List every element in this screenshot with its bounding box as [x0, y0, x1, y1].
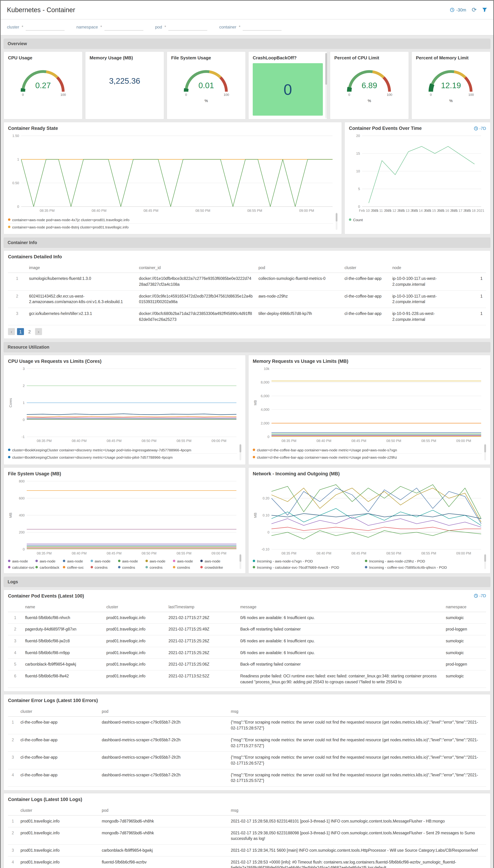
gauge-unit: % — [334, 99, 404, 103]
time-range-control[interactable]: -30m — [450, 7, 466, 12]
table-row[interactable]: 4cl-the-coffee-bar-appdashboard-metrics-… — [8, 769, 486, 787]
memory-chart[interactable]: 02,0004,0006,0008,00010k08:35 PM08:40 PM… — [253, 365, 486, 445]
legend-item[interactable]: cluster=cl-the-coffee-bar-app container=… — [253, 454, 482, 461]
pagination-page-2[interactable]: 2 — [26, 328, 33, 335]
legend-item[interactable]: calculator-svc — [8, 565, 35, 570]
svg-text:0: 0 — [267, 435, 269, 439]
legend-item[interactable]: coredns — [146, 565, 173, 570]
legend-item[interactable]: aws-node — [91, 559, 118, 563]
legend-item[interactable]: cluster=BookKeepingCluster container=dis… — [8, 454, 237, 461]
scrollbar[interactable] — [484, 444, 486, 460]
table-cell: fluentd-5fb6b6cf98-nhvch — [22, 612, 103, 624]
container-filter-input[interactable] — [243, 24, 282, 31]
legend-item[interactable]: aws-node — [146, 559, 173, 563]
cpu-chart[interactable]: -1012308:35 PM08:40 PM08:45 PM08:50 PM08… — [8, 365, 241, 445]
table-row[interactable]: 3fluentd-5fb6b6cf98-jw2c8prod01.travello… — [8, 635, 486, 647]
legend-item[interactable]: carbonblack — [35, 565, 63, 570]
scrollbar[interactable] — [240, 444, 241, 460]
table-row[interactable]: 1fluentd-5fb6b6cf98-nhvchprod01.travello… — [8, 612, 486, 624]
cluster-filter-input[interactable] — [26, 24, 64, 31]
legend-item[interactable]: coredns — [91, 565, 118, 570]
legend-dot — [146, 566, 148, 568]
crashloopbackoff-indicator[interactable]: 0 — [253, 63, 323, 116]
legend-item[interactable]: Incoming - aws-node-s7xgn - POD — [253, 559, 365, 563]
table-row[interactable]: 5carbonblack-fb9ff9854-bgwkjprod01.trave… — [8, 659, 486, 670]
header-bar: Kubernetes - Container -30m ⟳ — [1, 1, 493, 19]
scrollbar[interactable] — [336, 213, 338, 230]
column-header: cluster — [18, 707, 99, 717]
table-cell: 2021-02-17T15:25:26Z — [166, 635, 238, 647]
table-cell: prod01.travellogic.info — [103, 635, 166, 647]
filter-icon[interactable] — [482, 8, 487, 12]
legend-item[interactable]: aws-node — [118, 559, 146, 563]
legend-label: Incoming - aws-node-s7xgn - POD — [257, 559, 313, 563]
legend-item[interactable]: Incoming - coffee-svc-75895c4c4b-q9scn -… — [365, 565, 477, 570]
scrollbar[interactable] — [240, 554, 241, 569]
legend-item[interactable]: cluster=BookKeepingCluster container=dis… — [8, 447, 237, 454]
refresh-icon[interactable]: ⟳ — [472, 7, 477, 13]
pod-filter-input[interactable] — [169, 24, 207, 31]
table-cell: 2021-02-17T15:25:26Z — [166, 647, 238, 659]
table-row[interactable]: 3prod01.travellogic.infocarbonblack-fb9f… — [8, 845, 486, 856]
table-row[interactable]: 2prod01.travellogic.infomongodb-7d87965b… — [8, 827, 486, 845]
table-row[interactable]: 2pagerduty-84d685f79f-g87xnprod01.travel… — [8, 624, 486, 635]
legend-item[interactable]: Incoming - aws-node-z29hz - POD — [365, 559, 477, 563]
column-header-index — [8, 806, 18, 815]
pod-events-chart[interactable]: 05101520Feb 10 2021Feb 11 2021Feb 12 202… — [349, 132, 486, 214]
legend-item[interactable]: container=aws-node pod=aws-node-8stnj cl… — [8, 223, 333, 230]
table-row[interactable]: 2cl-the-coffee-bar-appdashboard-metrics-… — [8, 734, 486, 752]
pagination-prev[interactable]: ‹ — [8, 328, 15, 335]
legend-item[interactable]: coredns — [173, 565, 200, 570]
legend-dot — [173, 560, 175, 562]
panel-time-range[interactable]: -7D — [474, 126, 486, 131]
pagination-next[interactable]: › — [35, 328, 42, 335]
table-row[interactable]: 4prod01.travellogic.infofluentd-5fb6b6cf… — [8, 856, 486, 868]
charts-row-1: Container Ready State 00.5011.5008:35 PM… — [3, 122, 491, 234]
network-chart[interactable]: -0.1000.100.2008:35 PM08:40 PM08:45 PM08… — [253, 477, 486, 557]
percent-cpu-limit-gauge[interactable]: 6.890100 — [342, 64, 397, 98]
scrollbar[interactable] — [484, 554, 486, 569]
legend-dot — [253, 456, 255, 458]
table-row[interactable]: 3cl-the-coffee-bar-appdashboard-metrics-… — [8, 752, 486, 769]
row-index: 6 — [8, 670, 22, 688]
table-cell: Readiness probe failed: OCI runtime exec… — [238, 670, 443, 688]
legend-item[interactable]: container=aws-node pod=aws-node-4x7jz cl… — [8, 216, 333, 223]
required-asterisk: * — [22, 25, 23, 30]
legend-item[interactable]: crowdstrike — [201, 565, 228, 570]
table-row[interactable]: 1prod01.travellogic.infomongodb-7d87965b… — [8, 815, 486, 827]
legend-item[interactable]: aws-node — [173, 559, 200, 563]
table-row[interactable]: 2602401143452.dkr.ecr.us-west-2.amazonaw… — [8, 290, 486, 308]
namespace-filter-input[interactable] — [104, 24, 143, 31]
table-row[interactable]: 1cl-the-coffee-bar-appdashboard-metrics-… — [8, 717, 486, 734]
file-system-chart[interactable]: 020040060080008:35 PM08:40 PM08:45 PM08:… — [8, 477, 241, 557]
legend-dot — [8, 560, 11, 562]
legend-label: coredns — [95, 565, 108, 570]
percent-memory-limit-gauge[interactable]: 12.190100 — [423, 64, 479, 98]
table-cell: cl-the-coffee-bar-app — [342, 273, 390, 290]
table-row[interactable]: 3gcr.io/kubernetes-helm/tiller:v2.13.1do… — [8, 308, 486, 325]
file-system-gauge[interactable]: 0.010100 — [178, 64, 234, 98]
legend-item[interactable]: Count — [349, 216, 482, 223]
card-file-system-usage: File System Usage 0.010100 % — [167, 51, 246, 119]
legend-item[interactable]: coffee-svc — [63, 565, 91, 570]
svg-text:08:40 PM: 08:40 PM — [317, 551, 331, 555]
pagination-page-1[interactable]: 1 — [17, 328, 24, 335]
legend-item[interactable]: aws-node — [63, 559, 91, 563]
panel-time-range[interactable]: -7D — [474, 593, 486, 598]
legend-item[interactable]: aws-node — [201, 559, 228, 563]
svg-text:4,000: 4,000 — [261, 408, 269, 412]
table-cell: docker://0bcfc680b2ba71da27dc23853306a49… — [136, 308, 256, 325]
table-row[interactable]: 6fluentd-5fb6b6cf98-lfw42prod01.travello… — [8, 670, 486, 688]
legend-item[interactable]: coredns — [118, 565, 146, 570]
required-asterisk: * — [100, 25, 102, 30]
legend-item[interactable]: Incoming - calculator-svc-76cdf7fd69-4vw… — [253, 565, 365, 570]
ready-state-chart[interactable]: 00.5011.5008:35 PM08:40 PM08:45 PM08:50 … — [8, 132, 338, 214]
legend-item[interactable]: cluster=cl-the-coffee-bar-app container=… — [253, 447, 482, 454]
table-row[interactable]: 1sumologic/kubernetes-fluentd:1.3.0docke… — [8, 273, 486, 290]
legend-item[interactable]: aws-node — [8, 559, 35, 563]
scrollbar[interactable] — [325, 53, 327, 118]
cpu-usage-gauge[interactable]: 0.270100 — [15, 64, 71, 98]
table-row[interactable]: 4fluentd-5fb6b6cf98-rn9ppprod01.travello… — [8, 647, 486, 659]
section-resource-utilization: Resource Utilization — [3, 342, 491, 353]
legend-item[interactable]: aws-node — [35, 559, 63, 563]
